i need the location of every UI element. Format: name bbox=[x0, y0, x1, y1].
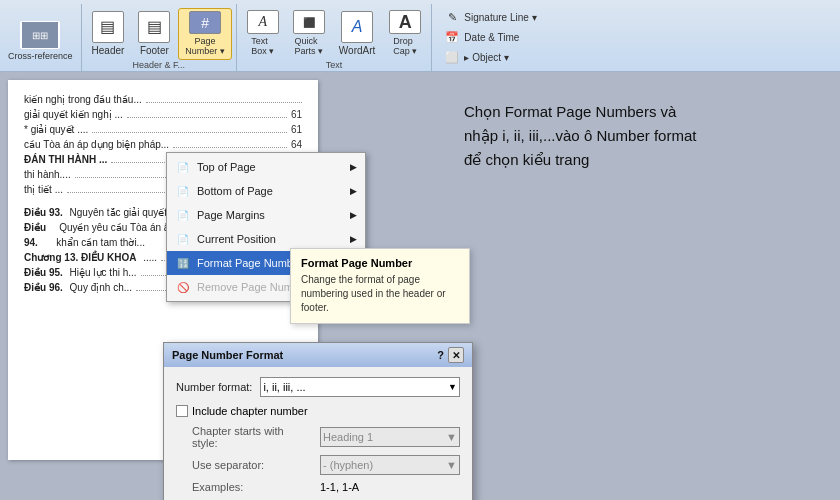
quick-parts-icon: ⬛ bbox=[293, 10, 325, 34]
chapter-starts-row: Chapter starts with style: Heading 1 ▼ bbox=[176, 425, 460, 449]
include-chapter-label: Include chapter number bbox=[192, 405, 308, 417]
chapter-starts-select: Heading 1 ▼ bbox=[320, 427, 460, 447]
page-number-button[interactable]: # PageNumber ▾ bbox=[178, 8, 232, 60]
page-margins-label: Page Margins bbox=[197, 209, 265, 221]
current-position-label: Current Position bbox=[197, 233, 276, 245]
header-footer-section-label: Header & F... bbox=[86, 60, 232, 72]
menu-top-of-page[interactable]: 📄 Top of Page ▶ bbox=[167, 155, 365, 179]
top-of-page-arrow: ▶ bbox=[350, 162, 357, 172]
dialog-body: Number format: i, ii, iii, ... ▼ Include… bbox=[164, 367, 472, 500]
object-label: ▸ Object ▾ bbox=[464, 52, 508, 63]
tooltip-title: Format Page Number bbox=[301, 257, 459, 269]
wordart-icon: A bbox=[341, 11, 373, 43]
wordart-label: WordArt bbox=[339, 45, 376, 56]
include-chapter-row: Include chapter number bbox=[176, 405, 460, 417]
bottom-of-page-icon: 📄 bbox=[175, 183, 191, 199]
object-button[interactable]: ⬜ ▸ Object ▾ bbox=[440, 48, 540, 66]
chapter-starts-label: Chapter starts with style: bbox=[192, 425, 312, 449]
examples-value: 1-1, 1-A bbox=[320, 481, 359, 493]
dialog-question-mark[interactable]: ? bbox=[437, 349, 444, 361]
cross-reference-button[interactable]: ⊞⊞ Cross-reference bbox=[4, 11, 77, 71]
right-ribbon-section: ✎ Signature Line ▾ 📅 Date & Time ⬜ ▸ Obj… bbox=[432, 4, 548, 71]
doc-line-2: giải quyết kiến nghị ... 61 bbox=[24, 107, 302, 122]
remove-page-numbers-icon: 🚫 bbox=[175, 279, 191, 295]
use-separator-value: - (hyphen) bbox=[323, 459, 373, 471]
signature-line-icon: ✎ bbox=[444, 9, 460, 25]
bottom-of-page-arrow: ▶ bbox=[350, 186, 357, 196]
doc-line-1: kiến nghị trong đầu thầu... bbox=[24, 92, 302, 107]
signature-line-label: Signature Line ▾ bbox=[464, 12, 536, 23]
date-time-button[interactable]: 📅 Date & Time bbox=[440, 28, 540, 46]
footer-button[interactable]: ▤ Footer bbox=[132, 8, 176, 60]
cross-ref-label: Cross-reference bbox=[8, 51, 73, 61]
header-label: Header bbox=[92, 45, 125, 56]
number-format-value: i, ii, iii, ... bbox=[263, 381, 305, 393]
chapter-starts-value: Heading 1 bbox=[323, 431, 373, 443]
use-separator-select: - (hyphen) ▼ bbox=[320, 455, 460, 475]
use-separator-row: Use separator: - (hyphen) ▼ bbox=[176, 455, 460, 475]
dialog-close-button[interactable]: ✕ bbox=[448, 347, 464, 363]
number-format-row: Number format: i, ii, iii, ... ▼ bbox=[176, 377, 460, 397]
top-of-page-label: Top of Page bbox=[197, 161, 256, 173]
examples-row: Examples: 1-1, 1-A bbox=[176, 481, 460, 493]
bottom-of-page-label: Bottom of Page bbox=[197, 185, 273, 197]
include-chapter-checkbox[interactable] bbox=[176, 405, 188, 417]
text-box-icon: A bbox=[247, 10, 279, 34]
object-icon: ⬜ bbox=[444, 49, 460, 65]
drop-cap-button[interactable]: A DropCap ▾ bbox=[383, 8, 427, 60]
menu-bottom-of-page[interactable]: 📄 Bottom of Page ▶ bbox=[167, 179, 365, 203]
use-separator-arrow: ▼ bbox=[446, 459, 457, 471]
explanation-text: Chọn Format Page Numbers và nhập i, ii, … bbox=[464, 100, 704, 172]
date-time-label: Date & Time bbox=[464, 32, 519, 43]
wordart-button[interactable]: A WordArt bbox=[333, 8, 382, 60]
footer-icon: ▤ bbox=[138, 11, 170, 43]
dialog-title-bar: Page Number Format ? ✕ bbox=[164, 343, 472, 367]
format-page-numbers-icon: 🔢 bbox=[175, 255, 191, 271]
page-number-format-dialog: Page Number Format ? ✕ Number format: i,… bbox=[163, 342, 473, 500]
text-box-label: TextBox ▾ bbox=[251, 36, 274, 56]
format-page-number-tooltip: Format Page Number Change the format of … bbox=[290, 248, 470, 324]
page-number-icon: # bbox=[189, 11, 221, 34]
use-separator-label: Use separator: bbox=[192, 459, 312, 471]
number-format-select[interactable]: i, ii, iii, ... ▼ bbox=[260, 377, 460, 397]
page-margins-icon: 📄 bbox=[175, 207, 191, 223]
signature-line-button[interactable]: ✎ Signature Line ▾ bbox=[440, 8, 540, 26]
ribbon: ⊞⊞ Cross-reference ▤ Header ▤ Footer # P… bbox=[0, 0, 840, 72]
quick-parts-label: QuickParts ▾ bbox=[295, 36, 324, 56]
dialog-title: Page Number Format bbox=[172, 349, 283, 361]
header-button[interactable]: ▤ Header bbox=[86, 8, 131, 60]
quick-parts-button[interactable]: ⬛ QuickParts ▾ bbox=[287, 8, 331, 60]
number-format-arrow: ▼ bbox=[448, 382, 457, 392]
menu-page-margins[interactable]: 📄 Page Margins ▶ bbox=[167, 203, 365, 227]
date-time-icon: 📅 bbox=[444, 29, 460, 45]
footer-label: Footer bbox=[140, 45, 169, 56]
page-margins-arrow: ▶ bbox=[350, 210, 357, 220]
top-of-page-icon: 📄 bbox=[175, 159, 191, 175]
header-icon: ▤ bbox=[92, 11, 124, 43]
doc-line-3: * giải quyết .... 61 bbox=[24, 122, 302, 137]
page-number-label: PageNumber ▾ bbox=[185, 36, 225, 56]
number-format-label: Number format: bbox=[176, 381, 252, 393]
doc-line-4: cầu Tòa án áp dụng biện pháp... 64 bbox=[24, 137, 302, 152]
chapter-starts-arrow: ▼ bbox=[446, 431, 457, 443]
drop-cap-label: DropCap ▾ bbox=[393, 36, 417, 56]
cross-ref-icon: ⊞⊞ bbox=[20, 21, 60, 49]
text-section-label: Text bbox=[241, 60, 428, 72]
tooltip-description: Change the format of page numbering used… bbox=[301, 273, 459, 315]
current-position-arrow: ▶ bbox=[350, 234, 357, 244]
current-position-icon: 📄 bbox=[175, 231, 191, 247]
text-box-button[interactable]: A TextBox ▾ bbox=[241, 8, 285, 60]
document-area: kiến nghị trong đầu thầu... giải quyết k… bbox=[0, 72, 840, 500]
drop-cap-icon: A bbox=[389, 10, 421, 34]
examples-label: Examples: bbox=[192, 481, 312, 493]
